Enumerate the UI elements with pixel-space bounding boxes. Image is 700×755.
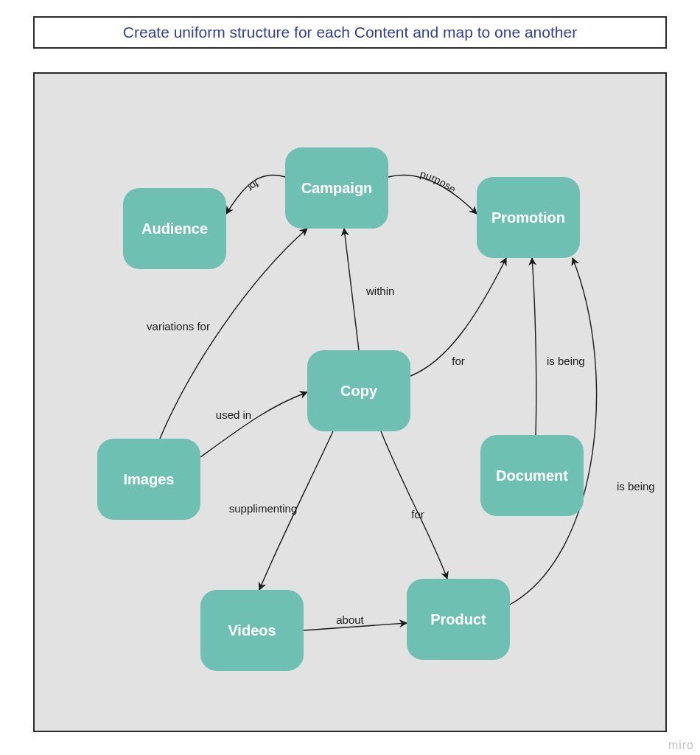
svg-text:variations for: variations for (147, 320, 210, 333)
edge-campaign-audience: for (226, 175, 285, 214)
node-product[interactable]: Product (407, 579, 510, 660)
node-label: Videos (228, 622, 276, 639)
node-images[interactable]: Images (97, 439, 200, 520)
node-audience[interactable]: Audience (123, 188, 226, 269)
node-campaign[interactable]: Campaign (285, 147, 388, 229)
diagram-canvas: for purpose within for (33, 72, 667, 732)
svg-text:within: within (365, 285, 394, 297)
node-label: Campaign (301, 180, 373, 197)
svg-text:for: for (452, 355, 465, 367)
svg-text:supplimenting: supplimenting (229, 502, 298, 515)
edge-copy-videos: supplimenting (229, 431, 333, 590)
edge-copy-campaign: within (344, 229, 394, 350)
watermark: miro (668, 739, 694, 752)
node-label: Audience (141, 220, 208, 237)
node-label: Document (496, 467, 568, 484)
node-videos[interactable]: Videos (200, 590, 304, 671)
edge-campaign-promotion: purpose (388, 168, 477, 214)
svg-text:for: for (411, 508, 424, 521)
edge-images-copy: used in (200, 392, 307, 457)
node-label: Copy (340, 383, 377, 400)
svg-text:about: about (336, 613, 364, 626)
node-label: Product (430, 611, 486, 628)
edge-copy-product: for (381, 431, 447, 579)
svg-text:is being: is being (547, 355, 585, 367)
svg-text:is being: is being (617, 480, 655, 493)
node-promotion[interactable]: Promotion (477, 177, 580, 258)
node-document[interactable]: Document (480, 435, 584, 516)
node-copy[interactable]: Copy (307, 350, 410, 431)
node-label: Promotion (491, 209, 565, 226)
svg-text:purpose: purpose (419, 168, 458, 195)
title-box: Create uniform structure for each Conten… (33, 16, 667, 49)
svg-text:for: for (245, 178, 261, 194)
node-label: Images (124, 471, 175, 488)
edge-product-promotion: is being (510, 258, 655, 605)
edge-videos-product: about (304, 613, 407, 630)
svg-text:used in: used in (216, 408, 251, 421)
page-title: Create uniform structure for each Conten… (123, 24, 577, 41)
edge-document-promotion: is being (532, 258, 585, 435)
edge-copy-promotion: for (410, 258, 506, 376)
